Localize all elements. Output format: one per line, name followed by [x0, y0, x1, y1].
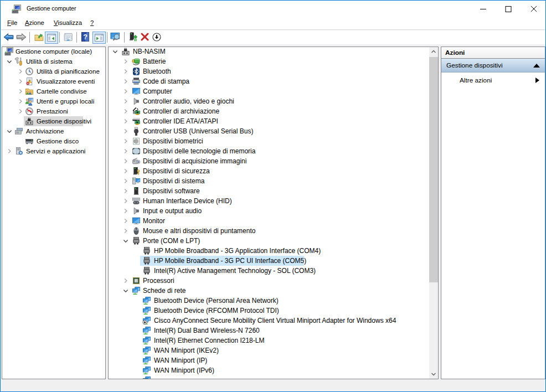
svg-text:?: ? [83, 33, 87, 41]
